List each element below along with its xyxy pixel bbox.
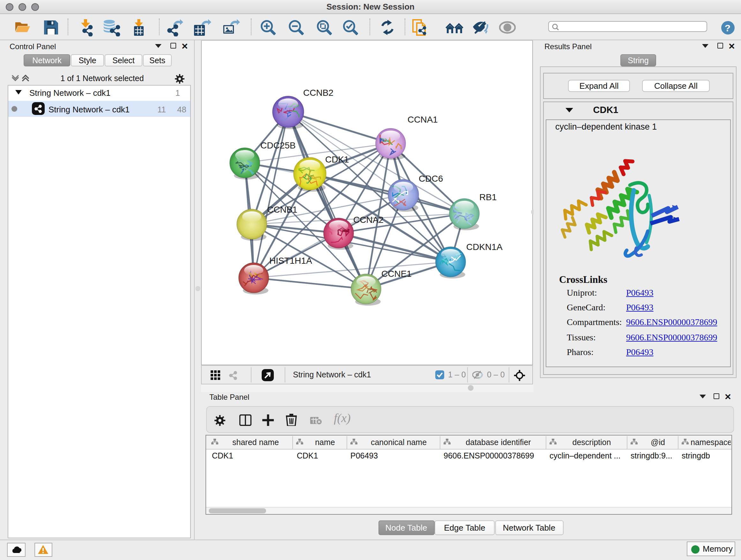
svg-text:HIST1H1A: HIST1H1A — [269, 256, 312, 266]
svg-text:RB1: RB1 — [479, 192, 496, 202]
svg-text:CCNB1: CCNB1 — [267, 205, 297, 214]
svg-text:CCNB2: CCNB2 — [303, 88, 333, 98]
svg-text:CCNA2: CCNA2 — [353, 215, 384, 225]
svg-text:CCNA1: CCNA1 — [408, 115, 438, 125]
svg-text:CDK1: CDK1 — [325, 154, 349, 165]
svg-text:CDC6: CDC6 — [419, 174, 443, 184]
svg-text:CDKN1A: CDKN1A — [466, 242, 502, 252]
svg-text:CDC25B: CDC25B — [260, 140, 295, 150]
svg-text:CCNE1: CCNE1 — [381, 269, 412, 279]
